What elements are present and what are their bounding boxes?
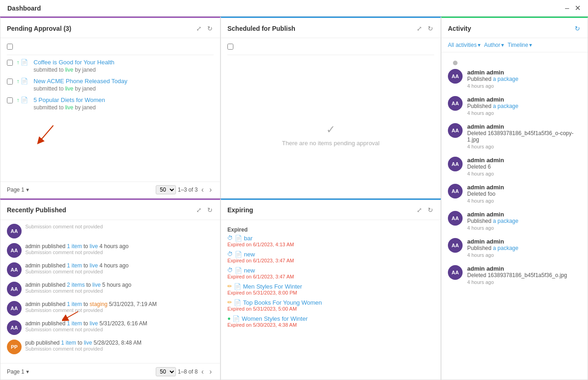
pub-action-6: pub published 1 item to live 5/28/2023, … <box>25 340 214 346</box>
activity-timeline-dot-row <box>441 56 588 65</box>
exp-doc-icon-3: 📄 <box>235 267 242 274</box>
svg-line-0 <box>40 125 53 142</box>
activity-item-3: AA admin admin Deleted 16389378186_b45f1… <box>441 119 588 153</box>
avatar-2: AA <box>448 96 463 111</box>
pending-checkbox-1[interactable] <box>7 60 13 66</box>
activity-name-1: admin admin <box>467 69 581 76</box>
pub-item-6: PP pub published 1 item to live 5/28/202… <box>7 340 214 354</box>
pub-to-link-1[interactable]: live <box>90 243 98 250</box>
pub-count-link-6[interactable]: 1 item <box>61 340 76 346</box>
exp-date-5: Expired on 5/31/2023, 5:00 AM <box>227 306 434 312</box>
scheduled-select-all[interactable] <box>227 44 233 50</box>
exp-title-link-2[interactable]: new <box>244 251 255 258</box>
pub-avatar-0: AA <box>7 224 22 238</box>
activity-title: Activity <box>448 25 471 32</box>
pub-comment-2: Submission comment not provided <box>25 269 214 274</box>
pending-item-3: ↑ 📄 5 Popular Diets for Women submitted … <box>7 96 214 111</box>
exp-title-link-6[interactable]: Women Styles for Winter <box>242 315 308 322</box>
select-all-checkbox[interactable] <box>7 44 13 50</box>
pending-item-live-2: live <box>65 85 74 92</box>
scheduled-empty-state: ✓ There are no items pending approval <box>227 59 434 198</box>
activity-name-4: admin admin <box>467 157 581 164</box>
expiring-header: Expiring ⤢ ↻ <box>221 200 441 220</box>
activity-time-7: 4 hours ago <box>467 252 581 258</box>
activity-link-1[interactable]: a package <box>493 76 518 82</box>
pending-item-title-2[interactable]: New ACME Phone Released Today <box>34 78 127 85</box>
range-published: 1–8 of 8 <box>178 369 198 375</box>
exp-item-3: ⏱ 📄 new Expired on 6/1/2023, 3:47 AM <box>227 267 434 279</box>
pub-count-link-1[interactable]: 1 item <box>67 243 82 250</box>
activity-link-7[interactable]: a package <box>493 245 518 251</box>
published-refresh-icon[interactable]: ↻ <box>206 205 214 215</box>
close-button[interactable]: ✕ <box>575 4 581 12</box>
pub-action-5: admin published 1 item to live 5/31/2023… <box>25 320 214 327</box>
per-page-select-pending[interactable]: 50 <box>156 185 176 194</box>
exp-title-link-3[interactable]: new <box>244 267 255 274</box>
activity-refresh-icon[interactable]: ↻ <box>574 24 581 33</box>
minimize-button[interactable]: – <box>565 4 569 12</box>
exp-title-link-4[interactable]: Men Styles For Winter <box>243 283 302 290</box>
pub-count-link-2[interactable]: 1 item <box>67 262 82 269</box>
pending-item-1: ↑ 📄 Coffee is Good for Your Health submi… <box>7 59 214 73</box>
activity-item-4: AA admin admin Deleted 6 4 hours ago <box>441 153 588 180</box>
page-dropdown-arrow-published: ▾ <box>26 369 29 375</box>
next-page-published[interactable]: › <box>208 367 214 377</box>
pub-to-link-2[interactable]: live <box>90 262 98 269</box>
timeline-arrow: ▾ <box>529 42 532 48</box>
pending-item-title-3[interactable]: 5 Popular Diets for Women <box>34 96 105 103</box>
activity-link-6[interactable]: a package <box>493 218 518 224</box>
expand-icon[interactable]: ⤢ <box>195 24 203 33</box>
expiring-body: Expired ⏱ 📄 bar Expired on 6/1/2023, 4:1… <box>221 220 441 380</box>
scheduled-empty-message: There are no items pending approval <box>282 140 379 147</box>
activity-desc-1: Published a package <box>467 76 581 82</box>
exp-doc-icon-4: 📄 <box>234 283 241 290</box>
per-page-select-published[interactable]: 50 <box>156 367 176 376</box>
expired-section-title: Expired <box>227 227 434 233</box>
timeline-label: Timeline <box>508 42 528 48</box>
published-expand-icon[interactable]: ⤢ <box>195 205 203 215</box>
check-icon: ✓ <box>326 123 335 136</box>
expiring-refresh-icon[interactable]: ↻ <box>427 205 434 215</box>
pub-count-link-4[interactable]: 1 item <box>67 301 82 307</box>
exp-green-icon-6: ● <box>227 315 231 322</box>
exp-doc-icon-6: 📄 <box>232 315 240 322</box>
pub-to-link-3[interactable]: live <box>92 282 101 288</box>
pub-avatar-6: PP <box>7 340 22 354</box>
exp-item-1: ⏱ 📄 bar Expired on 6/1/2023, 4:13 AM <box>227 235 434 247</box>
timeline-filter[interactable]: Timeline ▾ <box>508 42 532 48</box>
exp-title-link-1[interactable]: bar <box>244 235 253 242</box>
exp-date-1: Expired on 6/1/2023, 4:13 AM <box>227 242 434 247</box>
title-bar: Dashboard – ✕ <box>0 0 588 17</box>
next-page-pending[interactable]: › <box>208 185 214 195</box>
exp-title-link-5[interactable]: Top Books For Young Women <box>243 299 322 306</box>
prev-page-pending[interactable]: ‹ <box>199 185 205 195</box>
pending-checkbox-3[interactable] <box>7 97 13 103</box>
exp-clock-icon-2: ⏱ <box>227 251 233 257</box>
pending-checkbox-2[interactable] <box>7 79 13 85</box>
pending-item-2: ↑ 📄 New ACME Phone Released Today submit… <box>7 78 214 92</box>
submit-icon-1: ↑ <box>17 59 19 66</box>
pub-to-link-5[interactable]: live <box>90 320 98 327</box>
scheduled-refresh-icon[interactable]: ↻ <box>427 24 434 33</box>
pending-item-title-1[interactable]: Coffee is Good for Your Health <box>34 59 114 66</box>
all-activities-filter[interactable]: All activities ▾ <box>448 42 481 48</box>
pub-to-link-6[interactable]: live <box>84 340 92 346</box>
exp-date-3: Expired on 6/1/2023, 3:47 AM <box>227 274 434 279</box>
activity-desc-3: Deleted 16389378186_b45f1a5f36_o-copy-1.… <box>467 130 581 143</box>
author-filter[interactable]: Author ▾ <box>484 42 504 48</box>
exp-doc-icon-5: 📄 <box>234 299 241 306</box>
activity-filters: All activities ▾ Author ▾ Timeline ▾ <box>441 38 588 52</box>
submit-icon-3: ↑ <box>17 97 19 103</box>
pending-approval-actions: ⤢ ↻ <box>195 24 214 33</box>
activity-link-2[interactable]: a package <box>493 103 518 109</box>
pub-to-staging-link-4[interactable]: staging <box>90 301 107 307</box>
activity-item-5: AA admin admin Deleted foo 4 hours ago <box>441 180 588 207</box>
expiring-expand-icon[interactable]: ⤢ <box>416 205 423 215</box>
scheduled-expand-icon[interactable]: ⤢ <box>416 24 423 33</box>
refresh-icon[interactable]: ↻ <box>206 24 214 33</box>
exp-doc-icon-1: 📄 <box>235 235 242 242</box>
prev-page-published[interactable]: ‹ <box>199 367 205 377</box>
pending-item-live-1: live <box>65 67 74 73</box>
pub-count-link-3[interactable]: 2 items <box>67 282 85 288</box>
exp-item-2: ⏱ 📄 new Expired on 6/1/2023, 3:47 AM <box>227 251 434 263</box>
